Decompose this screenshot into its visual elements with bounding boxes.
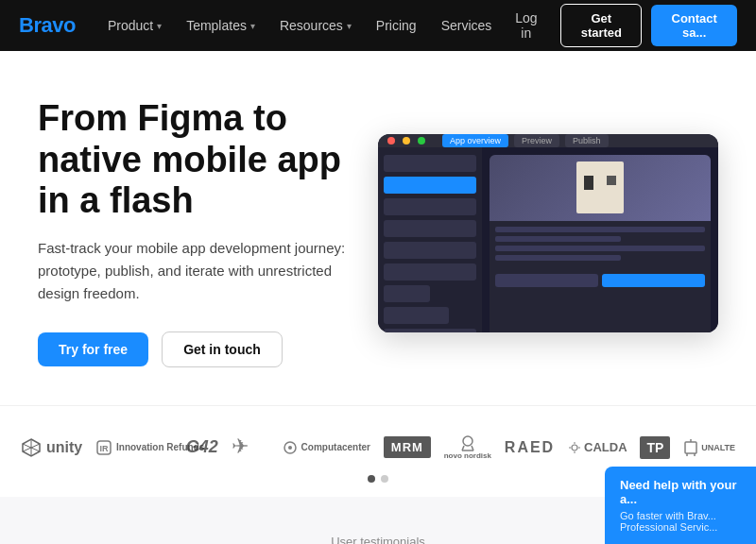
- nav-services[interactable]: Services: [432, 12, 502, 39]
- logo-computacenter: Computacenter: [283, 440, 370, 455]
- computacenter-icon: [283, 440, 298, 455]
- mock-accent-btn: [602, 274, 705, 287]
- g42-label: G42: [186, 437, 218, 457]
- mock-panel-image: [490, 155, 711, 221]
- mock-panel-1: [490, 155, 711, 332]
- mock-text-line-short: [495, 236, 621, 242]
- logo-unalte: UNALTE: [683, 438, 735, 457]
- mock-sidebar: [378, 147, 482, 332]
- logo-calda: CALDA: [568, 440, 627, 454]
- chat-widget-sub-2: Professional Servic...: [620, 521, 741, 533]
- hero-subtitle: Fast-track your mobile app development j…: [38, 237, 350, 305]
- innovation-label: Innovation Refunds: [116, 442, 173, 452]
- mock-sidebar-item: [384, 242, 476, 259]
- mock-sidebar-item: [384, 264, 476, 280]
- logos-row: unity IR Innovation Refunds G42 ✈: [19, 434, 737, 460]
- computacenter-label: Computacenter: [301, 442, 370, 452]
- mock-text-line: [495, 227, 705, 232]
- get-in-touch-button[interactable]: Get in touch: [162, 332, 283, 367]
- unalte-icon: [683, 438, 698, 457]
- logo-airplane: ✈: [232, 436, 269, 459]
- chevron-down-icon: ▾: [347, 21, 352, 31]
- logo-g42: G42: [186, 437, 218, 457]
- mock-text-line: [495, 246, 705, 251]
- svg-text:IR: IR: [100, 444, 110, 453]
- mock-tab-2: Preview: [514, 134, 559, 147]
- nav-links: Product ▾ Templates ▾ Resources ▾ Pricin…: [98, 12, 501, 39]
- mock-tab-3: Publish: [565, 134, 609, 147]
- hero-buttons: Try for free Get in touch: [38, 332, 350, 367]
- contact-button[interactable]: Contact sa...: [651, 5, 737, 46]
- nav-pricing[interactable]: Pricing: [367, 12, 426, 39]
- svg-rect-18: [685, 442, 696, 453]
- novo-nordisk-icon: [456, 434, 479, 451]
- airplane-icon: ✈: [232, 436, 269, 459]
- mock-content: [482, 147, 718, 332]
- nav-product[interactable]: Product ▾: [98, 12, 171, 39]
- logo-innovation-refunds: IR Innovation Refunds: [95, 439, 173, 456]
- logo[interactable]: Bravo: [19, 13, 76, 38]
- get-started-button[interactable]: Get started: [560, 4, 642, 47]
- building-icon: [576, 162, 624, 213]
- unity-logo: unity: [21, 437, 82, 458]
- logo-b: B: [19, 13, 33, 37]
- mock-text-line-short: [495, 255, 621, 261]
- nav-templates[interactable]: Templates ▾: [177, 12, 265, 39]
- logo-raed: RAED: [505, 439, 555, 456]
- mock-btn-row: [490, 270, 711, 291]
- mock-dot-green: [418, 137, 425, 144]
- calda-label: CALDA: [584, 440, 627, 454]
- mock-app-ui: App overview Preview Publish: [378, 134, 718, 332]
- mock-body: [378, 147, 718, 332]
- svg-text:✈: ✈: [232, 436, 249, 458]
- logo-ravo: ravo: [33, 13, 75, 37]
- chevron-down-icon: ▾: [250, 21, 255, 31]
- mock-small-btn: [495, 274, 598, 287]
- mock-tab-1: App overview: [442, 134, 508, 147]
- mock-sidebar-item: [384, 155, 476, 172]
- svg-point-9: [463, 436, 472, 446]
- chat-widget[interactable]: Need help with your a... Go faster with …: [605, 467, 756, 544]
- calda-sun-icon: [568, 441, 581, 454]
- raed-label: RAED: [505, 439, 555, 456]
- mock-sidebar-item: [384, 285, 430, 302]
- hero-mockup: App overview Preview Publish: [378, 134, 718, 332]
- chat-widget-sub-1: Go faster with Brav...: [620, 510, 741, 521]
- mrm-badge: MRM: [384, 436, 431, 458]
- logo-mrm: MRM: [384, 436, 431, 458]
- unity-cube-icon: [21, 437, 42, 458]
- mock-tabs: App overview Preview Publish: [442, 134, 609, 147]
- logo-novo-nordisk: novo nordisk: [444, 434, 491, 460]
- mock-sidebar-item-active: [384, 177, 476, 194]
- mock-panel-text: [490, 221, 711, 270]
- hero-title: From Figma to native mobile app in a fla…: [38, 98, 350, 222]
- carousel-dot-2[interactable]: [381, 475, 388, 483]
- svg-point-8: [288, 446, 292, 450]
- mock-sidebar-item: [384, 329, 476, 332]
- innovation-icon: IR: [95, 439, 112, 456]
- svg-point-13: [572, 445, 577, 450]
- chat-widget-title: Need help with your a...: [620, 478, 741, 506]
- novo-nordisk-label: novo nordisk: [444, 451, 491, 460]
- hero-text: From Figma to native mobile app in a fla…: [38, 98, 350, 367]
- nav-resources[interactable]: Resources ▾: [270, 12, 361, 39]
- mock-sidebar-item: [384, 198, 476, 215]
- tp-badge: TP: [640, 436, 670, 459]
- try-for-free-button[interactable]: Try for free: [38, 332, 148, 366]
- mock-sidebar-item: [384, 220, 476, 237]
- navbar: Bravo Product ▾ Templates ▾ Resources ▾ …: [0, 0, 756, 51]
- carousel-dot-1[interactable]: [368, 475, 375, 483]
- logo-tp: TP: [640, 436, 670, 459]
- logo-unity: unity: [21, 437, 82, 458]
- mock-topbar: App overview Preview Publish: [378, 134, 718, 147]
- mock-sidebar-item: [384, 307, 449, 324]
- hero-section: From Figma to native mobile app in a fla…: [0, 51, 756, 405]
- chevron-down-icon: ▾: [157, 21, 162, 31]
- unity-label: unity: [46, 439, 82, 456]
- mock-dot-red: [387, 137, 395, 144]
- mock-dot-yellow: [403, 137, 410, 144]
- login-button[interactable]: Log in: [501, 5, 551, 46]
- nav-right: Log in Get started Contact sa...: [501, 4, 737, 47]
- unalte-label: UNALTE: [701, 443, 735, 452]
